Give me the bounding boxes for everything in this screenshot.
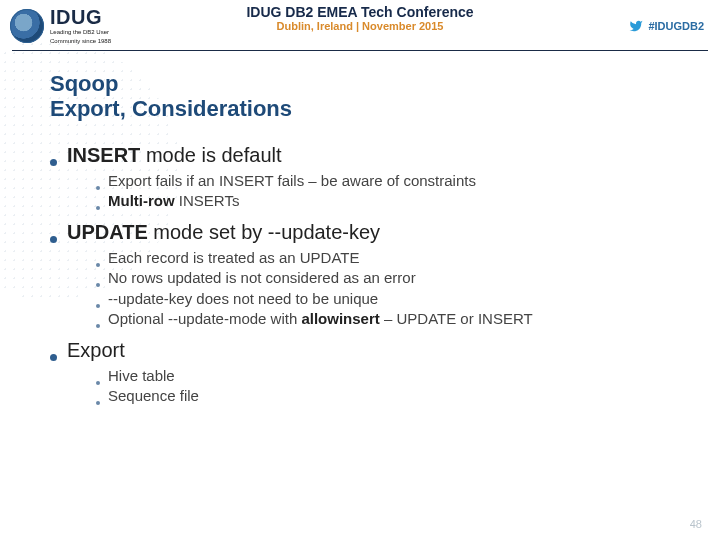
sub-list: Each record is treated as an UPDATE No r… [96, 248, 680, 329]
sub-disc-icon [96, 324, 100, 328]
sub-disc-icon [96, 381, 100, 385]
sub-text: Sequence file [108, 386, 199, 406]
brand-tagline-1: Leading the DB2 User [50, 29, 111, 36]
sub-text: No rows updated is not considered as an … [108, 268, 416, 288]
sub-disc-icon [96, 206, 100, 210]
sub-disc-icon [96, 263, 100, 267]
sub-disc-icon [96, 186, 100, 190]
bullet-text: INSERT mode is default [67, 144, 282, 167]
sub-text: Export fails if an INSERT fails – be awa… [108, 171, 476, 191]
sub-disc-icon [96, 283, 100, 287]
sub-text: Optional --update-mode with allowinsert … [108, 309, 533, 329]
bullet-disc-icon [50, 236, 57, 243]
twitter-icon [628, 19, 644, 33]
sub-item: Hive table [96, 366, 680, 386]
hashtag-block: #IDUGDB2 [628, 19, 704, 33]
bullet-item: Export Hive table Sequence file [50, 339, 680, 407]
brand-name: IDUG [50, 7, 111, 27]
sub-disc-icon [96, 401, 100, 405]
logo-text: IDUG Leading the DB2 User Community sinc… [50, 7, 111, 44]
sub-item: Each record is treated as an UPDATE [96, 248, 680, 268]
page-number: 48 [690, 518, 702, 530]
sub-item: --update-key does not need to be unique [96, 289, 680, 309]
hashtag-text: #IDUGDB2 [648, 20, 704, 32]
slide-content: Sqoop Export, Considerations INSERT mode… [0, 51, 720, 407]
title-line-2: Export, Considerations [50, 96, 680, 121]
conference-subtitle: Dublin, Ireland | November 2015 [246, 20, 473, 32]
slide-title: Sqoop Export, Considerations [50, 71, 680, 122]
sub-item: No rows updated is not considered as an … [96, 268, 680, 288]
sub-item: Sequence file [96, 386, 680, 406]
sub-list: Hive table Sequence file [96, 366, 680, 407]
bullet-disc-icon [50, 159, 57, 166]
sub-text: Each record is treated as an UPDATE [108, 248, 360, 268]
conference-title: IDUG DB2 EMEA Tech Conference [246, 4, 473, 20]
bullet-list: INSERT mode is default Export fails if a… [50, 144, 680, 407]
bullet-disc-icon [50, 354, 57, 361]
bullet-item: UPDATE mode set by --update-key Each rec… [50, 221, 680, 329]
sub-text: --update-key does not need to be unique [108, 289, 378, 309]
bullet-text: UPDATE mode set by --update-key [67, 221, 380, 244]
sub-text: Multi-row INSERTs [108, 191, 239, 211]
logo-block: IDUG Leading the DB2 User Community sinc… [10, 7, 111, 44]
title-line-1: Sqoop [50, 71, 118, 96]
conference-heading: IDUG DB2 EMEA Tech Conference Dublin, Ir… [246, 4, 473, 32]
sub-disc-icon [96, 304, 100, 308]
globe-icon [10, 9, 44, 43]
sub-text: Hive table [108, 366, 175, 386]
slide-header: IDUG Leading the DB2 User Community sinc… [0, 0, 720, 48]
sub-item: Export fails if an INSERT fails – be awa… [96, 171, 680, 191]
sub-list: Export fails if an INSERT fails – be awa… [96, 171, 680, 212]
bullet-text: Export [67, 339, 125, 362]
bullet-item: INSERT mode is default Export fails if a… [50, 144, 680, 212]
sub-item: Optional --update-mode with allowinsert … [96, 309, 680, 329]
sub-item: Multi-row INSERTs [96, 191, 680, 211]
